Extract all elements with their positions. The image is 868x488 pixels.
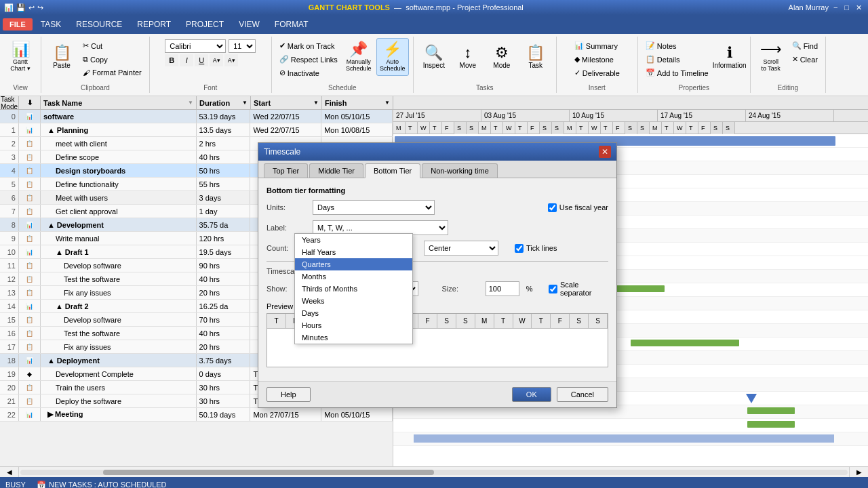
window-minimize[interactable]: − <box>831 3 840 12</box>
tick-lines-checkbox[interactable] <box>515 244 524 253</box>
size-input[interactable] <box>486 281 519 296</box>
deliverable-button[interactable]: ✓ Deliverable <box>571 66 623 79</box>
dropdown-item-thirdsofmonths[interactable]: Thirds of Months <box>295 283 412 295</box>
inspect-button[interactable]: 🔍 Inspect <box>418 38 450 76</box>
scroll-track[interactable] <box>20 470 848 475</box>
paste-button[interactable]: 📋 Paste <box>45 38 78 76</box>
summary-button[interactable]: 📊 Summary <box>571 39 623 52</box>
indicator-col-header[interactable]: ⬇ <box>19 96 41 109</box>
font-size-select[interactable]: 11 <box>229 39 256 53</box>
title-left: 📊 💾 ↩ ↪ <box>4 3 43 12</box>
manually-schedule-button[interactable]: 📌 ManuallySchedule <box>342 38 375 76</box>
units-select[interactable]: Days <box>313 200 435 215</box>
table-row[interactable]: 1 📊 ▲ Planning 13.5 days Wed 22/07/15 Mo… <box>0 123 393 137</box>
fiscal-year-checkbox-label[interactable]: Use fiscal year <box>548 203 608 212</box>
help-button[interactable]: Help <box>267 387 311 402</box>
view-menu[interactable]: VIEW <box>232 18 267 31</box>
information-button[interactable]: ℹ Information <box>713 38 746 76</box>
bold-button[interactable]: B <box>165 54 178 66</box>
view-header-row: TaskMode ⬇ Task Name ▼ Duration ▼ Start … <box>0 96 868 110</box>
dropdown-item-minutes[interactable]: Minutes <box>295 331 412 344</box>
tab-nonworking[interactable]: Non-working time <box>422 163 498 178</box>
scale-separator-text: Scale separator <box>560 281 608 297</box>
resource-menu[interactable]: RESOURCE <box>69 18 129 31</box>
dropdown-item-years[interactable]: Years <box>295 234 412 246</box>
cancel-button[interactable]: Cancel <box>557 387 608 402</box>
ok-button[interactable]: OK <box>512 387 551 402</box>
dropdown-item-hours[interactable]: Hours <box>295 319 412 331</box>
mark-on-track-button[interactable]: ✔ Mark on Track <box>276 39 341 52</box>
project-menu[interactable]: PROJECT <box>179 18 231 31</box>
highlight-button[interactable]: A▾ <box>210 54 223 66</box>
auto-schedule-button[interactable]: ⚡ AutoSchedule <box>376 38 409 76</box>
move-button[interactable]: ↕ Move <box>452 38 484 76</box>
undo-btn[interactable]: ↩ <box>28 3 35 12</box>
scale-separator-checkbox[interactable] <box>549 285 557 293</box>
respect-links-button[interactable]: 🔗 Respect Links <box>276 53 341 66</box>
cell-name: Meet with users <box>41 191 197 204</box>
table-row[interactable]: 22 📊 ▶ Meeting 50.19 days Mon 27/07/15 M… <box>0 408 393 422</box>
tick-lines-label[interactable]: Tick lines <box>515 244 557 253</box>
duration-sort: ▼ <box>242 100 248 106</box>
cell-name: ▲ Planning <box>41 123 197 136</box>
mode-button[interactable]: ⚙ Mode <box>486 38 518 76</box>
dropdown-item-halfyears[interactable]: Half Years <box>295 246 412 258</box>
find-button[interactable]: 🔍 Find <box>789 39 821 52</box>
user-name: Alan Murray <box>789 3 829 12</box>
tab-bottom-tier[interactable]: Bottom Tier <box>365 163 420 178</box>
cell-name: Get client approval <box>41 205 197 218</box>
scroll-thumb[interactable] <box>103 470 434 475</box>
scale-separator-label[interactable]: Scale separator <box>549 281 608 297</box>
format-menu[interactable]: FORMAT <box>268 18 315 31</box>
task-button[interactable]: 📋 Task <box>519 38 552 76</box>
dropdown-item-months[interactable]: Months <box>295 270 412 283</box>
scroll-to-task-button[interactable]: ⟶ Scrollto Task <box>755 38 787 76</box>
file-menu[interactable]: FILE <box>3 18 33 30</box>
cell-name: Train the users <box>41 381 197 394</box>
window-close[interactable]: ✕ <box>854 3 864 12</box>
table-row[interactable]: 0 📊 software 53.19 days Wed 22/07/15 Mon… <box>0 110 393 123</box>
redo-btn[interactable]: ↪ <box>37 3 43 12</box>
dropdown-item-days[interactable]: Days <box>295 307 412 319</box>
quick-save[interactable]: 💾 <box>16 3 26 12</box>
gantt-chart-button[interactable]: 📊 GanttChart ▾ <box>4 38 37 76</box>
copy-button[interactable]: ⧉ Copy <box>79 53 145 66</box>
italic-button[interactable]: I <box>180 54 193 66</box>
notes-button[interactable]: 📝 Notes <box>642 39 712 52</box>
underline-button[interactable]: U <box>195 54 208 66</box>
font-name-select[interactable]: Calibri <box>165 39 226 53</box>
ribbon: 📊 GanttChart ▾ View 📋 Paste ✂ Cut ⧉ Copy <box>0 34 868 96</box>
dropdown-item-quarters[interactable]: Quarters <box>295 258 412 270</box>
font-color-button[interactable]: A▾ <box>224 54 238 66</box>
horizontal-scrollbar[interactable]: ◀ ▶ <box>0 466 868 477</box>
duration-header[interactable]: Duration ▼ <box>197 96 251 109</box>
task-name-header[interactable]: Task Name ▼ <box>41 96 197 109</box>
cell-name: Define scope <box>41 150 197 163</box>
cell-name: Write manual <box>41 232 197 245</box>
tab-top-tier[interactable]: Top Tier <box>264 163 308 178</box>
preview-cell-t: T <box>267 314 286 328</box>
cut-button[interactable]: ✂ Cut <box>79 39 145 52</box>
start-header[interactable]: Start ▼ <box>251 96 322 109</box>
task-menu[interactable]: TASK <box>34 18 68 31</box>
align-select[interactable]: Center <box>424 241 498 256</box>
dropdown-item-weeks[interactable]: Weeks <box>295 295 412 307</box>
finish-header[interactable]: Finish ▼ <box>322 96 393 109</box>
report-menu[interactable]: REPORT <box>130 18 178 31</box>
scroll-right-btn[interactable]: ▶ <box>849 467 868 477</box>
tasks-label: Tasks <box>476 83 494 92</box>
scroll-left-btn[interactable]: ◀ <box>0 467 19 477</box>
milestone-button[interactable]: ◆ Milestone <box>571 53 623 66</box>
details-button[interactable]: 📋 Details <box>642 53 712 66</box>
add-timeline-button[interactable]: 📅 Add to Timeline <box>642 66 712 79</box>
preview-cell-s6: S <box>589 314 608 328</box>
inactivate-button[interactable]: ⊘ Inactivate <box>276 66 341 79</box>
cell-dur: 16.25 da <box>197 300 251 312</box>
tab-middle-tier[interactable]: Middle Tier <box>309 163 363 178</box>
fiscal-year-checkbox[interactable] <box>548 203 557 212</box>
clear-button[interactable]: ✕ Clear <box>789 53 821 66</box>
window-maximize[interactable]: □ <box>842 3 851 12</box>
summary-label: Summary <box>586 42 618 50</box>
format-painter-button[interactable]: 🖌 Format Painter <box>79 66 145 79</box>
dialog-close-button[interactable]: ✕ <box>599 146 611 158</box>
